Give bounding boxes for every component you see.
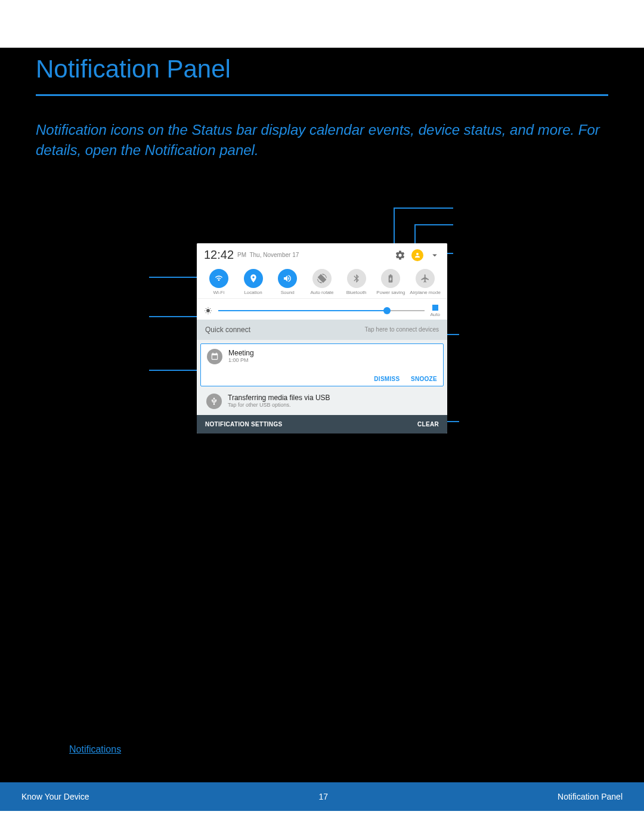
toggle-autorotate[interactable]: Auto rotate xyxy=(306,269,338,296)
clock-time: 12:42 xyxy=(204,248,234,262)
user-icon[interactable] xyxy=(411,249,423,261)
quick-connect-hint: Tap here to connect devices xyxy=(364,326,439,333)
toggle-bluetooth[interactable]: Bluetooth xyxy=(340,269,373,296)
panel-header: 12:42 PM Thu, November 17 xyxy=(197,243,447,265)
notification-title: Transferring media files via USB xyxy=(228,394,330,402)
notification-subtitle: Tap for other USB options. xyxy=(228,402,330,408)
brightness-slider-row: Auto xyxy=(197,298,447,320)
brightness-slider[interactable] xyxy=(218,310,425,311)
notification-panel-diagram: 12:42 PM Thu, November 17 xyxy=(36,208,608,506)
brightness-low-icon xyxy=(204,306,212,315)
notification-time: 1:00 PM xyxy=(228,357,254,363)
intro-text: Notification icons on the Status bar dis… xyxy=(36,120,608,160)
notification-title: Meeting xyxy=(228,349,254,357)
page-title: Notification Panel xyxy=(36,48,608,96)
toggle-airplane[interactable]: Airplane mode xyxy=(409,269,441,296)
brightness-auto-checkbox[interactable]: Auto xyxy=(431,305,440,317)
calendar-icon xyxy=(207,349,222,364)
settings-icon[interactable] xyxy=(395,250,405,261)
notification-card-meeting[interactable]: Meeting 1:00 PM DISMISS SNOOZE xyxy=(200,343,444,386)
toggle-powersaving[interactable]: Power saving xyxy=(374,269,407,296)
clear-button[interactable]: CLEAR xyxy=(417,421,439,428)
notifications-link[interactable]: Notifications xyxy=(69,744,121,755)
quick-connect-label: Quick connect xyxy=(205,326,250,334)
toggle-sound[interactable]: Sound xyxy=(271,269,304,296)
page-footer: Know Your Device 17 Notification Panel xyxy=(0,782,644,811)
footer-topic: Notification Panel xyxy=(558,792,623,801)
dismiss-button[interactable]: DISMISS xyxy=(374,376,400,382)
toggle-wifi[interactable]: Wi-Fi xyxy=(203,269,235,296)
footer-page-number: 17 xyxy=(89,792,558,801)
notification-panel: 12:42 PM Thu, November 17 xyxy=(197,243,447,433)
quick-connect-bar[interactable]: Quick connect Tap here to connect device… xyxy=(197,320,447,340)
clock-date: PM Thu, November 17 xyxy=(237,252,299,258)
footer-section: Know Your Device xyxy=(21,792,89,801)
chevron-down-icon[interactable] xyxy=(429,250,440,261)
quick-toggles: Wi-Fi Location Sound Auto rotate xyxy=(197,265,447,298)
notification-card-usb[interactable]: Transferring media files via USB Tap for… xyxy=(200,390,444,415)
usb-icon xyxy=(206,394,222,409)
toggle-location[interactable]: Location xyxy=(237,269,270,296)
panel-footer: NOTIFICATION SETTINGS CLEAR xyxy=(197,415,447,433)
notification-settings-button[interactable]: NOTIFICATION SETTINGS xyxy=(205,421,282,428)
snooze-button[interactable]: SNOOZE xyxy=(411,376,437,382)
